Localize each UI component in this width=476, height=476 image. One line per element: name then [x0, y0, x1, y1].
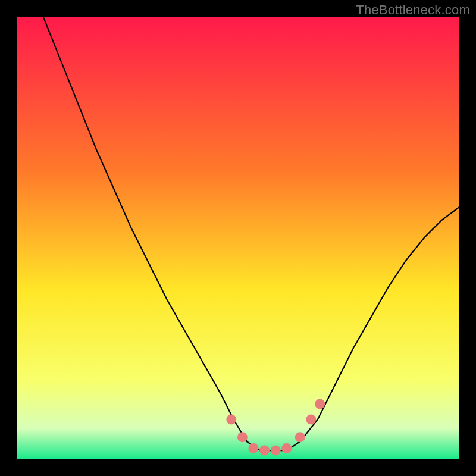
curve-marker — [249, 443, 259, 453]
curve-marker — [295, 432, 305, 442]
curve-marker — [226, 415, 236, 425]
watermark-text: TheBottleneck.com — [356, 2, 470, 18]
bottleneck-chart — [17, 17, 459, 459]
gradient-background — [17, 17, 459, 459]
curve-marker — [281, 443, 292, 453]
curve-marker — [259, 446, 270, 456]
curve-marker — [237, 432, 248, 442]
curve-marker — [306, 415, 316, 425]
curve-marker — [271, 446, 281, 456]
chart-frame — [17, 17, 459, 459]
curve-marker — [315, 399, 325, 409]
